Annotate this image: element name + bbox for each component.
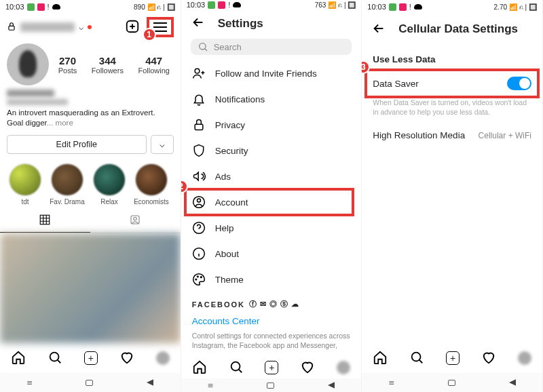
bell-icon — [192, 92, 206, 106]
settings-item-theme[interactable]: Theme — [181, 267, 362, 292]
nav-activity[interactable] — [119, 350, 134, 367]
stat-followers[interactable]: 344 Followers — [92, 55, 124, 75]
accounts-center-description: Control settings for connected experienc… — [192, 332, 351, 350]
status-indicator-green — [27, 3, 35, 11]
tab-grid[interactable] — [0, 210, 90, 233]
sys-home[interactable] — [448, 380, 455, 386]
sys-recents[interactable]: ≡ — [208, 381, 213, 390]
cellular-panel: 10:03 ! 2.70 📶 ⎌ | 🔲 Cellular Data Setti… — [362, 0, 543, 392]
svg-rect-0 — [9, 26, 14, 30]
add-post-icon[interactable] — [125, 19, 140, 36]
data-saver-toggle[interactable] — [507, 77, 531, 90]
username-selector[interactable]: ⌵ — [7, 22, 92, 33]
highlight-item[interactable]: Fav. Drama — [49, 163, 86, 205]
notification-dot — [88, 25, 92, 29]
bio-category — [7, 99, 68, 105]
lock-icon — [7, 22, 16, 33]
nav-search[interactable] — [229, 359, 244, 376]
svg-point-6 — [199, 43, 205, 50]
status-bar: 10:03 ! 890 📶 ⎌ | 🔲 — [0, 0, 181, 14]
settings-list: Follow and Invite Friends Notifications … — [181, 60, 362, 292]
nav-create[interactable]: + — [265, 361, 278, 374]
settings-search[interactable]: Search — [191, 39, 352, 55]
nav-activity[interactable] — [300, 359, 315, 376]
nav-profile[interactable] — [337, 361, 350, 374]
edit-profile-button[interactable]: Edit Profile — [7, 135, 147, 154]
search-icon — [198, 41, 208, 52]
highlight-box-account — [184, 188, 355, 216]
status-indicator-red — [37, 3, 45, 11]
hamburger-menu-button[interactable]: 1 — [147, 17, 174, 37]
posts-grid[interactable] — [0, 233, 181, 343]
tab-tagged[interactable] — [90, 210, 181, 233]
data-saver-description: When Data Saver is turned on, videos won… — [362, 97, 542, 123]
discover-people-button[interactable]: ⌵ — [151, 135, 174, 154]
cloud-icon — [233, 2, 241, 7]
sys-home[interactable] — [267, 383, 274, 389]
bottom-nav: + — [181, 357, 362, 378]
system-nav: ≡ — [362, 373, 542, 392]
accounts-center-link[interactable]: Accounts Center — [192, 316, 351, 326]
highlight-item[interactable]: Relax — [91, 163, 128, 205]
high-resolution-media-row[interactable]: High Resolution Media Cellular + WiFi — [362, 123, 542, 147]
profile-avatar[interactable] — [7, 43, 49, 85]
settings-item-notifications[interactable]: Notifications — [181, 86, 362, 112]
search-placeholder: Search — [214, 42, 242, 52]
nav-search[interactable] — [48, 350, 62, 367]
settings-item-account[interactable]: Account 2 — [181, 189, 362, 215]
settings-item-ads[interactable]: Ads — [181, 163, 362, 189]
data-saver-row[interactable]: Data Saver 3 — [362, 70, 542, 97]
sys-back[interactable] — [509, 379, 516, 386]
stat-posts[interactable]: 270 Posts — [58, 55, 77, 75]
nav-home[interactable] — [192, 359, 207, 376]
nav-home[interactable] — [11, 350, 26, 367]
megaphone-icon — [192, 170, 206, 183]
chevron-down-icon: ⌵ — [160, 139, 165, 149]
settings-item-security[interactable]: Security — [181, 138, 362, 163]
nav-create[interactable]: + — [446, 351, 460, 365]
svg-point-7 — [195, 69, 200, 74]
step-callout-1: 1 — [143, 28, 156, 41]
settings-item-follow-invite[interactable]: Follow and Invite Friends — [181, 60, 362, 86]
bottom-nav: + — [0, 343, 181, 373]
nav-create[interactable]: + — [84, 351, 98, 365]
svg-point-17 — [412, 352, 421, 361]
sys-recents[interactable]: ≡ — [389, 378, 394, 387]
back-button[interactable] — [191, 15, 206, 32]
use-less-data-heading: Use Less Data — [362, 45, 542, 70]
page-title: Cellular Data Settings — [398, 22, 518, 36]
profile-panel: 10:03 ! 890 📶 ⎌ | 🔲 ⌵ — [0, 0, 181, 392]
svg-point-4 — [134, 217, 137, 220]
status-right: 890 📶 ⎌ | 🔲 — [134, 3, 175, 11]
sys-back[interactable] — [147, 379, 153, 386]
highlight-item[interactable]: tdt — [7, 163, 43, 205]
status-indicator-green — [208, 1, 215, 9]
svg-point-5 — [50, 352, 59, 361]
nav-profile[interactable] — [518, 351, 531, 365]
nav-profile[interactable] — [156, 351, 170, 365]
svg-point-10 — [197, 199, 200, 202]
status-bar: 10:03 ! 763 📶 ⎌ | 🔲 — [181, 0, 362, 9]
sys-recents[interactable]: ≡ — [26, 378, 32, 387]
cellular-header: Cellular Data Settings — [362, 14, 542, 45]
bio-more[interactable]: ... more — [47, 119, 73, 127]
stat-following[interactable]: 447 Following — [138, 55, 169, 75]
sys-home[interactable] — [86, 380, 93, 386]
sys-back[interactable] — [328, 382, 335, 389]
nav-activity[interactable] — [481, 350, 496, 367]
nav-search[interactable] — [409, 350, 424, 367]
people-plus-icon — [192, 66, 206, 80]
highlight-item[interactable]: Economists — [133, 163, 170, 205]
facebook-heading: FACEBOOK — [192, 300, 245, 309]
status-time: 10:03 — [367, 3, 386, 11]
back-button[interactable] — [371, 21, 386, 38]
bio-line-1: An introvert masquerading as an Extrover… — [7, 108, 174, 118]
settings-header: Settings — [181, 9, 362, 37]
data-saver-label: Data Saver — [373, 79, 419, 89]
settings-item-help[interactable]: Help — [181, 215, 362, 241]
settings-item-privacy[interactable]: Privacy — [181, 112, 362, 138]
bottom-nav: + — [362, 343, 542, 373]
nav-home[interactable] — [373, 350, 388, 367]
settings-item-about[interactable]: About — [181, 241, 362, 267]
status-bar: 10:03 ! 2.70 📶 ⎌ | 🔲 — [362, 0, 542, 14]
